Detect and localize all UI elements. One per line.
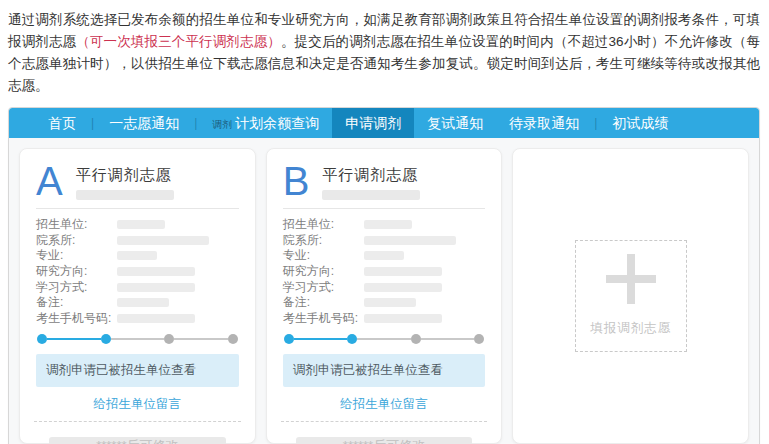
progress-segment [294, 338, 348, 340]
field-label: 专业: [36, 247, 117, 264]
intro-text: 通过调剂系统选择已发布余额的招生单位和专业研究方向，如满足教育部调剂政策且符合招… [0, 0, 769, 97]
progress-segment [111, 338, 165, 340]
progress-segment [174, 338, 228, 340]
card-letter: B [283, 161, 310, 201]
field-row: 备注: [36, 295, 239, 311]
field-label: 研究方向: [36, 263, 117, 280]
field-label: 专业: [283, 247, 364, 264]
field-label: 考生手机号码: [283, 310, 364, 327]
card-header: B 平行调剂志愿 [283, 161, 486, 209]
redacted-value [117, 251, 157, 260]
intro-highlight: （可一次填报三个平行调剂志愿） [76, 34, 281, 49]
nav-divider: | [89, 116, 96, 130]
redacted-value [364, 220, 412, 229]
nav-item-quota-label: 计划余额查询 [235, 115, 319, 131]
plus-icon [606, 254, 656, 304]
redacted-value [117, 283, 195, 292]
field-label: 学习方式: [36, 279, 117, 296]
add-volunteer-button[interactable]: 填报调剂志愿 [575, 240, 687, 352]
field-label: 院系所: [36, 232, 117, 249]
field-row: 招生单位: [283, 217, 486, 233]
nav-item-first-choice-notice[interactable]: 一志愿通知 [96, 108, 192, 138]
cards-container: A 平行调剂志愿 招生单位: 院系所: 专业: 研究方向: 学习方式: 备注: … [9, 138, 759, 444]
nav-item-retest-notice[interactable]: 复试通知 [414, 108, 496, 138]
progress-segment [357, 338, 411, 340]
nav-item-apply-adjustment[interactable]: 申请调剂 [332, 108, 414, 138]
card-titlebox: 平行调剂志愿 [322, 166, 420, 201]
field-row: 专业: [283, 248, 486, 264]
status-message: 调剂申请已被招生单位查看 [283, 354, 486, 387]
nav-divider: | [192, 116, 199, 130]
field-list: 招生单位: 院系所: 专业: 研究方向: 学习方式: 备注: 考生手机号码: [283, 217, 486, 326]
field-label: 院系所: [283, 232, 364, 249]
volunteer-card-b: B 平行调剂志愿 招生单位: 院系所: 专业: 研究方向: 学习方式: 备注: … [266, 148, 503, 444]
redacted-subtitle [76, 190, 174, 200]
locked-modify-button[interactable]: ******后可修改 [49, 437, 226, 444]
nav-item-quota-query[interactable]: 调剂计划余额查询 [199, 108, 332, 138]
field-row: 研究方向: [36, 264, 239, 280]
locked-modify-button[interactable]: ******后可修改 [296, 437, 473, 444]
main-nav: 首页 | 一志愿通知 | 调剂计划余额查询 申请调剂 复试通知 待录取通知 | … [9, 108, 759, 138]
nav-item-home[interactable]: 首页 [35, 108, 89, 138]
progress-timeline [284, 334, 485, 344]
field-label: 备注: [36, 294, 117, 311]
redacted-value [364, 236, 456, 245]
field-row: 考生手机号码: [283, 311, 486, 327]
add-volunteer-label: 填报调剂志愿 [590, 320, 671, 337]
field-label: 研究方向: [283, 263, 364, 280]
progress-segment [47, 338, 101, 340]
field-row: 学习方式: [36, 279, 239, 295]
field-row: 考生手机号码: [36, 311, 239, 327]
redacted-subtitle [322, 190, 420, 200]
adjustment-panel: 首页 | 一志愿通知 | 调剂计划余额查询 申请调剂 复试通知 待录取通知 | … [8, 107, 760, 444]
field-list: 招生单位: 院系所: 专业: 研究方向: 学习方式: 备注: 考生手机号码: [36, 217, 239, 326]
progress-dot [228, 334, 238, 344]
progress-dot [474, 334, 484, 344]
dashed-divider [34, 421, 241, 422]
card-titlebox: 平行调剂志愿 [76, 166, 174, 201]
nav-item-exam-score[interactable]: 初试成绩 [599, 108, 681, 138]
field-label: 招生单位: [283, 216, 364, 233]
progress-dot [284, 334, 294, 344]
dashed-divider [281, 421, 488, 422]
message-to-unit-link[interactable]: 给招生单位留言 [283, 396, 486, 413]
field-label: 学习方式: [283, 279, 364, 296]
progress-dot [164, 334, 174, 344]
redacted-value [117, 236, 209, 245]
redacted-value [364, 267, 442, 276]
field-row: 院系所: [36, 233, 239, 249]
field-label: 备注: [283, 294, 364, 311]
field-row: 院系所: [283, 233, 486, 249]
progress-segment [421, 338, 475, 340]
field-row: 研究方向: [283, 264, 486, 280]
progress-dot [411, 334, 421, 344]
message-to-unit-link[interactable]: 给招生单位留言 [36, 396, 239, 413]
redacted-value [364, 283, 442, 292]
card-title: 平行调剂志愿 [322, 166, 420, 185]
field-row: 备注: [283, 295, 486, 311]
nav-item-quota-prefix: 调剂 [212, 119, 232, 130]
add-volunteer-card: 填报调剂志愿 [512, 148, 749, 444]
redacted-value [364, 298, 416, 307]
field-row: 学习方式: [283, 279, 486, 295]
progress-dot [37, 334, 47, 344]
redacted-value [117, 267, 195, 276]
field-label: 考生手机号码: [36, 310, 117, 327]
nav-divider: | [592, 116, 599, 130]
redacted-value [117, 314, 195, 323]
card-letter: A [36, 161, 63, 201]
redacted-value [364, 314, 442, 323]
progress-timeline [37, 334, 238, 344]
card-title: 平行调剂志愿 [76, 166, 174, 185]
progress-dot [101, 334, 111, 344]
volunteer-card-a: A 平行调剂志愿 招生单位: 院系所: 专业: 研究方向: 学习方式: 备注: … [19, 148, 256, 444]
redacted-value [117, 298, 169, 307]
status-message: 调剂申请已被招生单位查看 [36, 354, 239, 387]
card-header: A 平行调剂志愿 [36, 161, 239, 209]
redacted-value [117, 220, 165, 229]
nav-item-admission-notice[interactable]: 待录取通知 [496, 108, 592, 138]
redacted-value [364, 251, 404, 260]
progress-dot [347, 334, 357, 344]
field-row: 招生单位: [36, 217, 239, 233]
field-label: 招生单位: [36, 216, 117, 233]
